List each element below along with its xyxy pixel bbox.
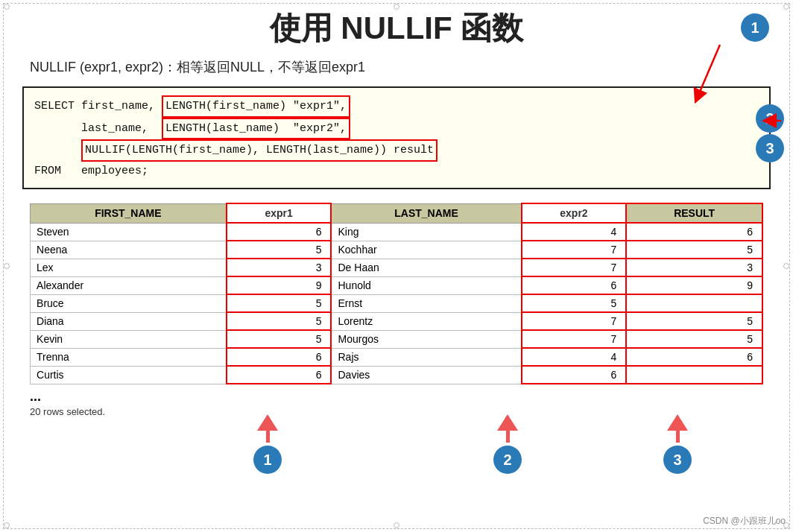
cell-lastname: Hunold <box>331 276 521 294</box>
cell-expr2: 7 <box>522 259 627 276</box>
rows-selected: 20 rows selected. <box>30 406 771 417</box>
cell-result: 9 <box>626 276 762 294</box>
code-nullif-highlight: NULLIF(LENGTH(first_name), LENGTH(last_n… <box>81 139 437 162</box>
table-row: Neena5Kochhar75 <box>31 241 762 259</box>
corner-tl <box>4 4 10 10</box>
code-expr2-highlight: LENGTH(last_name) "expr2", <box>162 118 350 140</box>
cell-expr1: 5 <box>227 241 332 259</box>
corner-tr <box>783 4 789 10</box>
table-row: Trenna6Rajs46 <box>31 348 762 366</box>
cell-firstname: Lex <box>31 259 227 276</box>
cell-result: 6 <box>626 223 762 241</box>
cell-firstname: Kevin <box>31 330 227 348</box>
cell-expr1: 6 <box>227 223 332 241</box>
cell-lastname: Rajs <box>331 348 521 366</box>
arrow-2 <box>768 113 783 128</box>
subtitle: NULLIF (expr1, expr2)：相等返回NULL，不等返回expr1 <box>30 58 771 76</box>
cell-result: 6 <box>626 348 762 366</box>
cell-expr1: 3 <box>227 259 332 276</box>
badge-1-top: 1 <box>741 13 769 42</box>
col-expr2-header: expr2 <box>522 203 627 223</box>
page-container: 使用 NULLIF 函数 NULLIF (expr1, expr2)：相等返回N… <box>0 0 793 532</box>
cell-result: 5 <box>626 241 762 259</box>
cell-lastname: Lorentz <box>331 312 521 330</box>
col-result-header: RESULT <box>626 203 762 223</box>
cell-expr2: 6 <box>522 276 627 294</box>
corner-mb <box>394 522 399 528</box>
cell-firstname: Diana <box>31 312 227 330</box>
cell-lastname: De Haan <box>331 259 521 276</box>
cell-expr2: 7 <box>522 241 627 259</box>
cell-expr2: 4 <box>522 348 627 366</box>
cell-expr1: 5 <box>227 294 332 312</box>
bottom-section: 1 2 3 <box>22 422 771 474</box>
corner-bl <box>4 522 10 528</box>
cell-expr2: 7 <box>522 330 627 348</box>
bottom-arrow-1: 1 <box>253 414 282 474</box>
cell-lastname: Ernst <box>331 294 521 312</box>
cell-firstname: Neena <box>31 241 227 259</box>
cell-lastname: King <box>331 223 521 241</box>
cell-lastname: Mourgos <box>331 330 521 348</box>
code-block: SELECT first_name, LENGTH(first_name) "e… <box>22 86 771 189</box>
arrow-1 <box>675 45 750 104</box>
code-line-4: FROM employees; <box>34 162 759 181</box>
code-line-2: last_name, LENGTH(last_name) "expr2", <box>34 118 759 140</box>
col-expr1-header: expr1 <box>227 203 332 223</box>
cell-firstname: Bruce <box>31 294 227 312</box>
watermark: CSDN @小跟班儿oo <box>703 515 786 528</box>
badge-3-bottom: 3 <box>663 446 692 474</box>
cell-expr1: 6 <box>227 348 332 366</box>
col-firstname-header: FIRST_NAME <box>31 203 227 223</box>
table-row: Lex3De Haan73 <box>31 259 762 276</box>
corner-mr <box>783 263 789 269</box>
table-row: Kevin5Mourgos75 <box>31 330 762 348</box>
table-row: Steven6King46 <box>31 223 762 241</box>
table-row: Bruce5Ernst5 <box>31 294 762 312</box>
cell-firstname: Steven <box>31 223 227 241</box>
cell-expr1: 5 <box>227 330 332 348</box>
cell-expr2: 7 <box>522 312 627 330</box>
cell-expr2: 4 <box>522 223 627 241</box>
cell-result: 5 <box>626 312 762 330</box>
cell-firstname: Alexander <box>31 276 227 294</box>
cell-lastname: Davies <box>331 366 521 384</box>
badge-3-code: 3 <box>756 134 784 162</box>
cell-result <box>626 366 762 384</box>
cell-expr2: 6 <box>522 366 627 384</box>
dots: ... <box>30 389 771 405</box>
table-row: Curtis6Davies6 <box>31 366 762 384</box>
code-line-1: SELECT first_name, LENGTH(first_name) "e… <box>34 95 759 118</box>
cell-expr2: 5 <box>522 294 627 312</box>
cell-result: 5 <box>626 330 762 348</box>
svg-line-0 <box>698 45 720 97</box>
cell-lastname: Kochhar <box>331 241 521 259</box>
corner-ml <box>4 263 10 269</box>
cell-firstname: Trenna <box>31 348 227 366</box>
data-table: FIRST_NAME expr1 LAST_NAME expr2 RESULT … <box>30 203 763 384</box>
page-title: 使用 NULLIF 函数 <box>22 7 771 49</box>
table-row: Diana5Lorentz75 <box>31 312 762 330</box>
cell-expr1: 5 <box>227 312 332 330</box>
code-expr1-highlight: LENGTH(first_name) "expr1", <box>162 95 350 118</box>
bottom-arrow-2: 2 <box>493 414 522 474</box>
cell-result <box>626 294 762 312</box>
table-header-row: FIRST_NAME expr1 LAST_NAME expr2 RESULT <box>31 203 762 223</box>
code-line-3: NULLIF(LENGTH(first_name), LENGTH(last_n… <box>34 139 759 162</box>
col-lastname-header: LAST_NAME <box>331 203 521 223</box>
table-body: Steven6King46Neena5Kochhar75Lex3De Haan7… <box>31 223 762 384</box>
badge-1-bottom: 1 <box>253 446 282 474</box>
cell-result: 3 <box>626 259 762 276</box>
cell-firstname: Curtis <box>31 366 227 384</box>
cell-expr1: 6 <box>227 366 332 384</box>
cell-expr1: 9 <box>227 276 332 294</box>
badge-2-bottom: 2 <box>493 446 522 474</box>
table-row: Alexander9Hunold69 <box>31 276 762 294</box>
bottom-arrow-3: 3 <box>663 414 692 474</box>
